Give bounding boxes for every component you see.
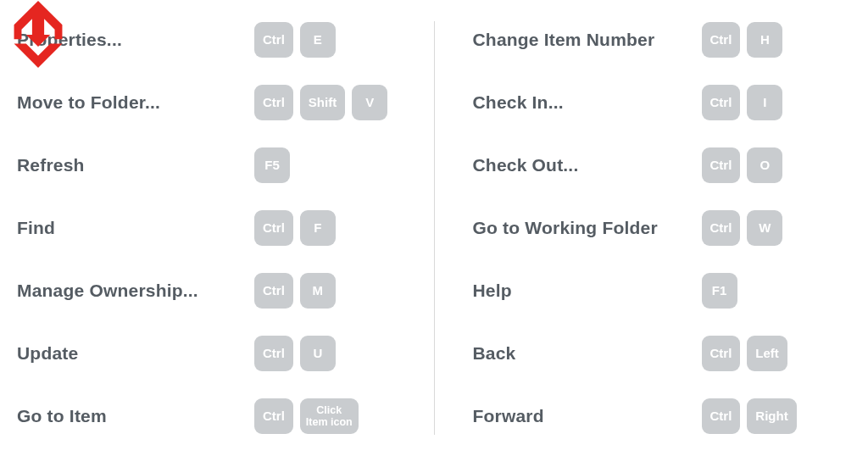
shortcut-row: Find Ctrl F (0, 197, 434, 259)
key-cap: Ctrl (702, 210, 741, 246)
shortcut-label: Go to Item (17, 406, 254, 426)
shortcut-row: Manage Ownership... Ctrl M (0, 259, 434, 322)
key-cap: Ctrl (254, 273, 293, 309)
shortcut-row: Update Ctrl U (0, 322, 434, 385)
key-cap: Ctrl (702, 85, 741, 120)
key-cap: Ctrl (702, 336, 741, 371)
key-cap: U (300, 336, 336, 371)
shortcut-label: Refresh (17, 155, 254, 175)
shortcut-label: Move to Folder... (17, 92, 254, 113)
svg-marker-1 (14, 44, 63, 68)
left-column: Properties... Ctrl E Move to Folder... C… (0, 8, 434, 448)
shortcut-keys: Ctrl I (702, 85, 783, 120)
shortcut-keys: Ctrl O (702, 147, 783, 183)
shortcut-keys: Ctrl Click Item icon (254, 398, 359, 434)
shortcut-label: Update (17, 343, 254, 364)
shortcut-label: Go to Working Folder (452, 218, 702, 238)
shortcut-row: Go to Working Folder Ctrl W (435, 197, 869, 259)
key-cap: Ctrl (254, 210, 293, 246)
key-cap: O (747, 147, 782, 183)
shortcut-label: Change Item Number (452, 30, 702, 50)
key-cap: Ctrl (254, 22, 293, 58)
key-cap: Ctrl (702, 147, 741, 183)
right-column: Change Item Number Ctrl H Check In... Ct… (435, 8, 869, 448)
shortcut-row: Back Ctrl Left (435, 322, 869, 385)
shortcut-keys: Ctrl Right (702, 398, 797, 434)
shortcut-keys: Ctrl F (254, 210, 336, 246)
key-cap: F5 (254, 147, 290, 183)
key-cap: Left (747, 336, 787, 371)
shortcut-keys: Ctrl W (702, 210, 783, 246)
shortcut-label: Check Out... (452, 155, 702, 175)
key-cap: Ctrl (702, 398, 741, 434)
shortcut-label: Find (17, 218, 254, 238)
key-cap: W (747, 210, 782, 246)
svg-marker-0 (14, 1, 63, 47)
shortcut-row: Forward Ctrl Right (435, 385, 869, 448)
key-cap: Ctrl (254, 336, 293, 371)
key-cap: Ctrl (254, 85, 293, 120)
shortcut-keys: Ctrl E (254, 22, 336, 58)
logo-icon (0, 0, 76, 68)
shortcut-row: Move to Folder... Ctrl Shift V (0, 71, 434, 134)
key-cap: H (747, 22, 782, 58)
shortcut-label: Help (452, 281, 702, 301)
shortcut-row: Help F1 (435, 259, 869, 322)
shortcut-keys: Ctrl Shift V (254, 85, 387, 120)
shortcut-row: Change Item Number Ctrl H (435, 8, 869, 71)
shortcut-keys: Ctrl H (702, 22, 783, 58)
shortcut-label: Manage Ownership... (17, 281, 254, 301)
shortcut-keys: Ctrl U (254, 336, 336, 371)
key-cap: Click Item icon (300, 398, 359, 434)
shortcut-keys: F1 (702, 273, 737, 309)
key-cap: E (300, 22, 336, 58)
shortcut-keys: Ctrl M (254, 273, 336, 309)
key-cap: V (352, 85, 387, 120)
shortcut-label: Forward (452, 406, 702, 426)
key-cap: F1 (702, 273, 737, 309)
shortcut-label: Back (452, 343, 702, 364)
shortcut-row: Check Out... Ctrl O (435, 134, 869, 197)
shortcut-label: Check In... (452, 92, 702, 113)
key-cap: F (300, 210, 336, 246)
shortcut-keys: F5 (254, 147, 290, 183)
shortcut-row: Refresh F5 (0, 134, 434, 197)
key-cap: Shift (300, 85, 345, 120)
key-cap: Ctrl (702, 22, 741, 58)
shortcut-row: Go to Item Ctrl Click Item icon (0, 385, 434, 448)
key-cap: M (300, 273, 336, 309)
shortcut-row: Check In... Ctrl I (435, 71, 869, 134)
key-cap: I (747, 85, 782, 120)
key-cap: Ctrl (254, 398, 293, 434)
shortcut-keys: Ctrl Left (702, 336, 787, 371)
key-cap: Right (747, 398, 796, 434)
